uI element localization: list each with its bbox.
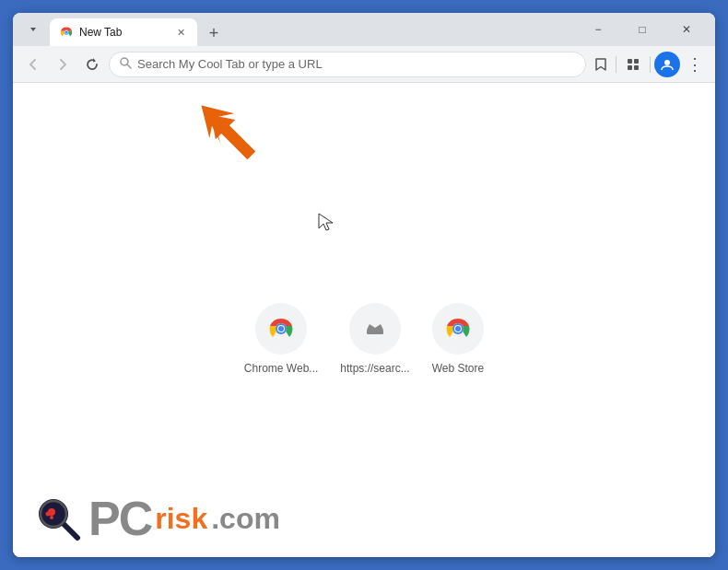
shortcut-icon-circle-2 xyxy=(349,303,401,355)
svg-marker-14 xyxy=(201,105,261,165)
magnifier-icon xyxy=(35,495,81,541)
browser-window: New Tab ✕ + − □ ✕ Search My Cool Tab or … xyxy=(13,13,715,557)
title-bar: New Tab ✕ + − □ ✕ xyxy=(13,13,715,46)
tab-dropdown-btn[interactable] xyxy=(20,17,46,42)
tab-favicon xyxy=(59,25,74,40)
extensions-button[interactable] xyxy=(620,52,646,77)
shortcut-label-2: https://searc... xyxy=(340,362,409,375)
tab-close-btn[interactable]: ✕ xyxy=(173,25,188,40)
divider xyxy=(616,56,616,73)
divider-2 xyxy=(650,56,651,73)
address-bar[interactable]: Search My Cool Tab or type a URL xyxy=(109,52,586,77)
svg-line-6 xyxy=(127,64,131,68)
watermark: PC risk .com xyxy=(35,494,280,542)
svg-rect-9 xyxy=(628,65,632,70)
svg-rect-8 xyxy=(634,59,639,64)
dot-com-text: .com xyxy=(211,504,280,533)
svg-line-30 xyxy=(63,523,77,538)
svg-point-18 xyxy=(278,326,284,332)
svg-rect-10 xyxy=(634,65,639,70)
nav-right-controls: ⋮ xyxy=(590,52,708,77)
arrow-indicator xyxy=(197,101,271,179)
svg-point-25 xyxy=(455,326,461,332)
profile-button[interactable] xyxy=(654,52,680,77)
address-text: Search My Cool Tab or type a URL xyxy=(137,57,576,71)
tab-area: New Tab ✕ + xyxy=(50,13,569,46)
shortcut-chrome-web[interactable]: Chrome Web... xyxy=(244,303,318,375)
new-tab-content: Chrome Web... https://searc... xyxy=(13,83,715,557)
window-controls: − □ ✕ xyxy=(577,16,708,43)
svg-point-3 xyxy=(65,30,67,33)
navigation-bar: Search My Cool Tab or type a URL ⋮ xyxy=(13,46,715,83)
shortcut-label-1: Chrome Web... xyxy=(244,362,318,375)
maximize-button[interactable]: □ xyxy=(621,16,663,43)
pc-text: PC xyxy=(88,494,151,542)
back-button[interactable] xyxy=(20,52,46,77)
shortcut-web-store[interactable]: Web Store xyxy=(432,303,484,375)
svg-point-11 xyxy=(664,60,670,65)
risk-text: risk xyxy=(155,504,207,533)
svg-rect-20 xyxy=(367,330,383,334)
shortcut-search[interactable]: https://searc... xyxy=(340,303,409,375)
minimize-button[interactable]: − xyxy=(577,16,619,43)
shortcut-icon-circle-3 xyxy=(432,303,484,355)
svg-rect-7 xyxy=(628,59,632,64)
refresh-button[interactable] xyxy=(79,52,105,77)
cursor-indicator xyxy=(317,212,335,238)
shortcut-icon-circle-1 xyxy=(255,303,307,355)
svg-marker-4 xyxy=(93,58,96,63)
menu-button[interactable]: ⋮ xyxy=(682,52,708,77)
shortcuts-grid: Chrome Web... https://searc... xyxy=(244,303,484,375)
close-button[interactable]: ✕ xyxy=(665,16,708,43)
active-tab[interactable]: New Tab ✕ xyxy=(50,18,197,46)
search-icon xyxy=(119,56,132,72)
shortcut-label-3: Web Store xyxy=(432,362,484,375)
forward-button[interactable] xyxy=(50,52,76,77)
bookmark-button[interactable] xyxy=(590,53,612,76)
watermark-logo: PC risk .com xyxy=(88,494,280,542)
svg-marker-0 xyxy=(30,28,36,31)
tab-title: New Tab xyxy=(79,26,168,39)
new-tab-button[interactable]: + xyxy=(201,20,227,46)
svg-point-28 xyxy=(46,512,51,517)
svg-point-29 xyxy=(50,516,53,519)
